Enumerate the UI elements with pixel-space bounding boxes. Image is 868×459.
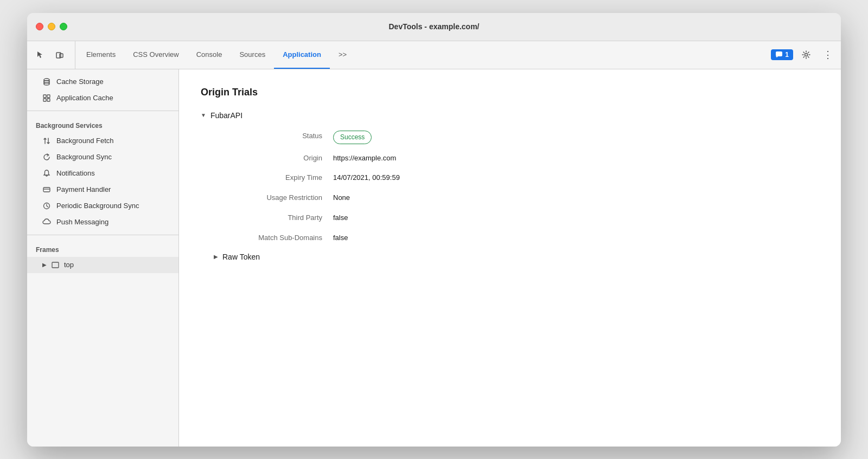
svg-rect-9 <box>43 99 46 101</box>
main-panel: Origin Trials ▼ FubarAPI Status Success … <box>179 69 841 447</box>
raw-token-section[interactable]: ▶ Raw Token <box>214 253 819 261</box>
devtools-window: DevTools - example.com/ Elements CSS Ove… <box>27 13 841 447</box>
notification-count: 1 <box>785 51 789 59</box>
svg-rect-8 <box>47 95 50 98</box>
sidebar-item-background-fetch[interactable]: Background Fetch <box>27 133 178 149</box>
clock-icon <box>42 202 51 210</box>
grid-icon <box>42 94 51 102</box>
device-toggle-icon[interactable] <box>51 46 68 63</box>
sidebar-item-push-messaging[interactable]: Push Messaging <box>27 214 178 230</box>
notifications-label: Notifications <box>56 169 95 177</box>
card-icon <box>42 185 51 194</box>
tab-sources[interactable]: Sources <box>231 41 274 69</box>
database-icon <box>42 77 51 86</box>
chat-icon <box>775 51 783 59</box>
gear-icon <box>802 50 810 59</box>
svg-rect-11 <box>43 188 50 192</box>
minimize-button[interactable] <box>48 23 55 30</box>
api-name: FubarAPI <box>210 111 242 120</box>
status-badge: Success <box>333 131 372 144</box>
push-messaging-label: Push Messaging <box>56 218 108 226</box>
svg-point-3 <box>805 54 808 56</box>
notification-badge[interactable]: 1 <box>771 49 793 60</box>
api-section-fubar: ▼ FubarAPI Status Success Origin https:/… <box>201 111 819 261</box>
frames-header: Frames <box>27 240 178 257</box>
top-frame-label: top <box>64 261 74 269</box>
svg-rect-2 <box>776 51 782 56</box>
more-tabs-button[interactable]: >> <box>330 41 355 69</box>
tab-application[interactable]: Application <box>274 41 330 69</box>
titlebar: DevTools - example.com/ <box>27 13 841 41</box>
usage-restriction-label: Usage Restriction <box>214 192 333 204</box>
payment-handler-label: Payment Handler <box>56 185 111 193</box>
toolbar-tabs: Elements CSS Overview Console Sources Ap… <box>78 41 771 69</box>
raw-token-arrow: ▶ <box>214 254 218 260</box>
application-cache-label: Application Cache <box>56 94 113 102</box>
close-button[interactable] <box>36 23 43 30</box>
api-expand-arrow: ▼ <box>201 112 206 118</box>
expiry-value: 14/07/2021, 00:59:59 <box>333 172 819 184</box>
tab-css-overview[interactable]: CSS Overview <box>124 41 188 69</box>
third-party-value: false <box>333 212 819 224</box>
frame-expand-arrow: ▶ <box>42 262 47 268</box>
svg-point-6 <box>44 83 49 85</box>
cache-storage-label: Cache Storage <box>56 77 104 86</box>
toolbar-left-icons <box>31 41 75 69</box>
origin-label: Origin <box>214 153 333 164</box>
sidebar-item-payment-handler[interactable]: Payment Handler <box>27 182 178 198</box>
sidebar-item-top-frame[interactable]: ▶ top <box>27 257 178 273</box>
api-header-fubar[interactable]: ▼ FubarAPI <box>201 111 819 120</box>
sync-icon <box>42 153 51 161</box>
window-title: DevTools - example.com/ <box>388 22 479 31</box>
divider-2 <box>27 235 178 235</box>
usage-restriction-value: None <box>333 192 819 204</box>
svg-rect-10 <box>47 99 50 101</box>
sidebar-item-notifications[interactable]: Notifications <box>27 165 178 182</box>
detail-grid: Status Success Origin https://example.co… <box>214 131 819 244</box>
sidebar-item-background-sync[interactable]: Background Sync <box>27 149 178 165</box>
background-sync-label: Background Sync <box>56 153 112 161</box>
sidebar-item-application-cache[interactable]: Application Cache <box>27 90 178 106</box>
maximize-button[interactable] <box>60 23 67 30</box>
third-party-label: Third Party <box>214 212 333 224</box>
svg-rect-1 <box>60 54 63 57</box>
expiry-label: Expiry Time <box>214 172 333 184</box>
sidebar-item-cache-storage[interactable]: Cache Storage <box>27 74 178 90</box>
cloud-icon <box>42 218 51 227</box>
tab-console[interactable]: Console <box>188 41 231 69</box>
tab-elements[interactable]: Elements <box>78 41 124 69</box>
page-title: Origin Trials <box>201 87 819 98</box>
origin-value: https://example.com <box>333 153 819 164</box>
toolbar-right: 1 ⋮ <box>771 41 837 69</box>
arrows-updown-icon <box>42 137 51 145</box>
sidebar: Cache Storage Application Cache Backgrou… <box>27 69 179 447</box>
periodic-background-sync-label: Periodic Background Sync <box>56 202 139 210</box>
status-value: Success <box>333 131 819 144</box>
sidebar-item-periodic-background-sync[interactable]: Periodic Background Sync <box>27 198 178 214</box>
bell-icon <box>42 169 51 178</box>
more-dots-icon: ⋮ <box>823 49 833 61</box>
cursor-icon[interactable] <box>31 46 49 63</box>
main-content: Cache Storage Application Cache Backgrou… <box>27 69 841 447</box>
background-services-header: Background Services <box>27 115 178 133</box>
traffic-lights <box>36 23 67 30</box>
raw-token-label: Raw Token <box>222 253 260 261</box>
status-label: Status <box>214 131 333 144</box>
svg-rect-13 <box>52 262 59 268</box>
background-fetch-label: Background Fetch <box>56 137 114 145</box>
frame-icon <box>51 261 60 269</box>
svg-rect-7 <box>43 95 46 98</box>
match-subdomains-label: Match Sub-Domains <box>214 232 333 244</box>
more-options-button[interactable]: ⋮ <box>819 46 837 63</box>
toolbar: Elements CSS Overview Console Sources Ap… <box>27 41 841 69</box>
settings-button[interactable] <box>797 46 815 63</box>
match-subdomains-value: false <box>333 232 819 244</box>
divider-1 <box>27 111 178 111</box>
